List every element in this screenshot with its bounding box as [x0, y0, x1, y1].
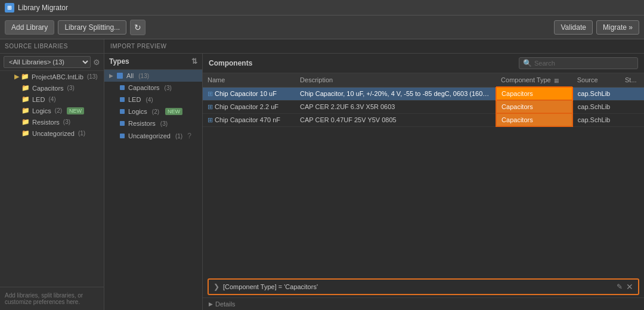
- preview-panels: Types ⇅ ▶ All (13) Capacitors (3): [104, 54, 644, 310]
- content-area: IMPORT PREVIEW Types ⇅ ▶ All (13): [104, 39, 644, 310]
- filter-close-icon[interactable]: ✕: [626, 282, 633, 292]
- tree-led-item[interactable]: 📁 LED (4): [0, 94, 104, 105]
- type-resistors-icon: [120, 121, 125, 126]
- types-title: Types: [109, 57, 129, 66]
- components-table: Name Description Component Type ▦ Source…: [203, 73, 644, 127]
- col-description: Description: [295, 73, 496, 87]
- type-logics-item[interactable]: Logics (2) NEW: [104, 106, 202, 117]
- type-resistors-item[interactable]: Resistors (3): [104, 117, 202, 129]
- table-header-row: Name Description Component Type ▦ Source…: [203, 73, 644, 87]
- search-box: 🔍: [519, 57, 638, 69]
- tree-root-item[interactable]: ▶ 📁 ProjectABC.IntLib (13): [0, 71, 104, 82]
- types-panel: Types ⇅ ▶ All (13) Capacitors (3): [104, 54, 203, 310]
- cell-component-type: Capacitors: [496, 87, 572, 100]
- validate-button[interactable]: Validate: [554, 20, 592, 35]
- cell-source: cap.SchLib: [572, 113, 620, 126]
- libraries-dropdown[interactable]: <All Libraries> (13): [4, 56, 91, 68]
- library-splitting-button[interactable]: Library Splitting...: [58, 20, 126, 35]
- tree-root-label: ProjectABC.IntLib: [32, 73, 83, 80]
- resistors-folder-icon: 📁: [21, 118, 30, 126]
- type-resistors-count: (3): [160, 120, 168, 127]
- cell-name: ⊞Chip Capacitor 2.2 uF: [203, 100, 295, 113]
- new-badge: NEW: [67, 107, 84, 114]
- col-component-type: Component Type ▦: [496, 73, 572, 87]
- cell-description: CAP CER 2.2UF 6.3V X5R 0603: [295, 100, 496, 113]
- types-panel-header: Types ⇅: [104, 54, 202, 70]
- app-icon: ⊞: [5, 3, 14, 13]
- cell-component-type: Capacitors: [496, 113, 572, 126]
- cell-status: [620, 113, 644, 126]
- table-container: Name Description Component Type ▦ Source…: [203, 73, 644, 276]
- filter-chevron-icon[interactable]: ❯: [213, 283, 219, 291]
- gear-icon[interactable]: ⚙: [93, 58, 100, 67]
- details-arrow-icon: ▶: [209, 301, 213, 307]
- component-icon: ⊞: [208, 90, 213, 97]
- sidebar: SOURCE LIBRARIES <All Libraries> (13) ⚙ …: [0, 39, 104, 310]
- logics-folder-icon: 📁: [21, 107, 30, 114]
- col-name: Name: [203, 73, 295, 87]
- type-led-label: LED: [128, 96, 141, 103]
- cell-description: CAP CER 0.47UF 25V Y5V 0805: [295, 113, 496, 126]
- col-source: Source: [572, 73, 620, 87]
- migrate-button[interactable]: Migrate »: [596, 20, 639, 35]
- type-all-icon: [117, 73, 123, 79]
- component-icon: ⊞: [208, 103, 213, 110]
- tree-resistors-count: (3): [63, 119, 70, 125]
- import-preview-header: IMPORT PREVIEW: [104, 39, 644, 54]
- tree-logics-count: (2): [55, 107, 62, 114]
- search-input[interactable]: [534, 60, 634, 67]
- type-logics-icon: [120, 109, 125, 114]
- tree-resistors-item[interactable]: 📁 Resistors (3): [0, 116, 104, 128]
- toolbar: Add Library Library Splitting... ↻ Valid…: [0, 16, 644, 39]
- cell-status: [620, 100, 644, 113]
- table-row[interactable]: ⊞Chip Capacitor 470 nF CAP CER 0.47UF 25…: [203, 113, 644, 126]
- type-all-count: (13): [138, 73, 149, 79]
- type-capacitors-item[interactable]: Capacitors (3): [104, 82, 202, 94]
- filter-bar: ❯ [Component Type] = 'Capacitors' ✎ ✕: [208, 278, 639, 295]
- col-status: St...: [620, 73, 644, 87]
- tree-logics-label: Logics: [32, 107, 51, 114]
- main-container: SOURCE LIBRARIES <All Libraries> (13) ⚙ …: [0, 39, 644, 310]
- refresh-button[interactable]: ↻: [130, 20, 145, 35]
- tree-uncategorized-item[interactable]: 📁 Uncategorized (1): [0, 128, 104, 139]
- add-library-button[interactable]: Add Library: [5, 20, 54, 35]
- cell-component-type: Capacitors: [496, 100, 572, 113]
- table-row[interactable]: ⊞Chip Capacitor 10 uF Chip Capacitor, 10…: [203, 87, 644, 100]
- sidebar-footer: Add libraries, split libraries, or custo…: [0, 287, 104, 310]
- type-uncategorized-label: Uncategorized: [128, 132, 171, 140]
- sidebar-section-label: SOURCE LIBRARIES: [0, 39, 104, 54]
- tree-root-count: (13): [87, 73, 98, 80]
- tree-resistors-label: Resistors: [32, 119, 60, 126]
- tree-capacitors-item[interactable]: 📁 Capacitors (3): [0, 82, 104, 94]
- tree-logics-item[interactable]: 📁 Logics (2) NEW: [0, 105, 104, 116]
- type-led-icon: [120, 97, 125, 102]
- tree-capacitors-label: Capacitors: [32, 85, 64, 92]
- help-icon[interactable]: ?: [187, 132, 191, 140]
- type-all-item[interactable]: ▶ All (13): [104, 70, 202, 82]
- type-all-arrow: ▶: [109, 73, 113, 79]
- filter-edit-icon[interactable]: ✎: [617, 283, 623, 291]
- search-icon: 🔍: [523, 59, 532, 67]
- details-label: Details: [215, 300, 236, 308]
- sort-icon: ▦: [554, 78, 559, 83]
- tree-led-label: LED: [32, 96, 45, 103]
- type-capacitors-count: (3): [165, 85, 172, 91]
- type-led-count: (4): [145, 97, 153, 103]
- title-bar: ⊞ Library Migrator: [0, 0, 644, 16]
- type-uncategorized-icon: [120, 134, 125, 138]
- table-row[interactable]: ⊞Chip Capacitor 2.2 uF CAP CER 2.2UF 6.3…: [203, 100, 644, 113]
- filter-text: [Component Type] = 'Capacitors': [223, 283, 613, 290]
- types-filter-icon[interactable]: ⇅: [191, 57, 197, 66]
- capacitors-folder-icon: 📁: [21, 84, 30, 92]
- type-uncategorized-count: (1): [175, 133, 182, 140]
- type-led-item[interactable]: LED (4): [104, 94, 202, 106]
- tree-uncategorized-count: (1): [78, 130, 85, 137]
- type-capacitors-label: Capacitors: [128, 84, 160, 91]
- cell-description: Chip Capacitor, 10 uF, +/-20%, 4 V, -55 …: [295, 87, 496, 100]
- components-panel: Components 🔍 Name Description: [203, 54, 644, 310]
- type-uncategorized-item[interactable]: Uncategorized (1) ?: [104, 129, 202, 142]
- type-logics-new-badge: NEW: [165, 108, 182, 115]
- details-row[interactable]: ▶ Details: [203, 297, 644, 310]
- cell-name: ⊞Chip Capacitor 10 uF: [203, 87, 295, 100]
- type-all-label: All: [126, 72, 134, 79]
